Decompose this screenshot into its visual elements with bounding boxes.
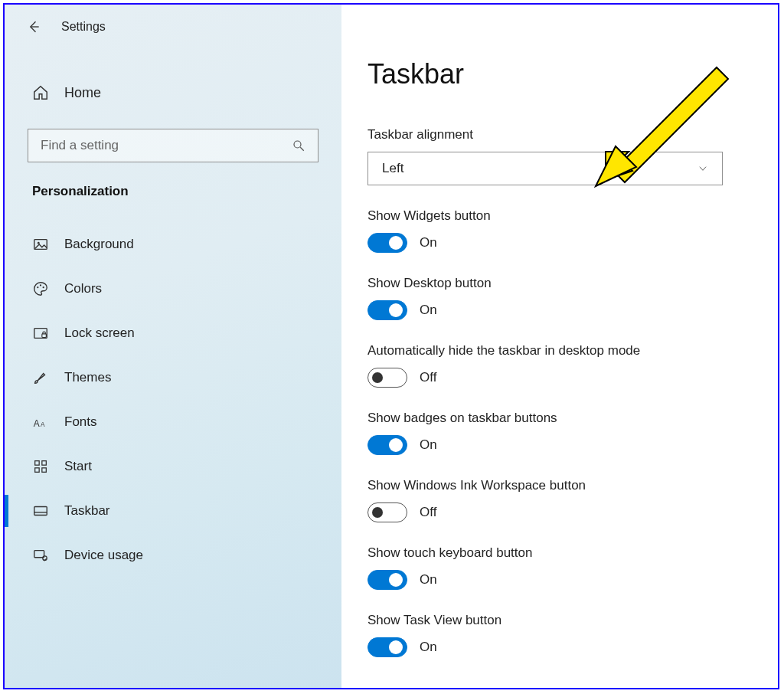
setting-touch-keyboard: Show touch keyboard button On — [368, 545, 778, 590]
app-title: Settings — [61, 20, 106, 34]
toggle-state-label: On — [420, 572, 437, 588]
toggle-state-label: On — [420, 437, 437, 453]
lock-screen-icon — [32, 325, 49, 342]
svg-rect-9 — [42, 334, 47, 338]
svg-point-1 — [294, 141, 301, 148]
toggle-desktop-button[interactable] — [368, 300, 407, 320]
page-title: Taskbar — [368, 58, 778, 90]
search-input[interactable] — [41, 138, 292, 153]
toggle-ink[interactable] — [368, 502, 407, 522]
sidebar-item-label: Start — [64, 459, 92, 474]
sidebar-item-home[interactable]: Home — [5, 74, 341, 112]
svg-rect-18 — [34, 551, 44, 558]
sidebar-nav: Background Colors Lock screen Themes — [5, 222, 341, 578]
chevron-down-icon — [697, 163, 708, 174]
setting-label: Automatically hide the taskbar in deskto… — [368, 343, 778, 358]
sidebar-item-themes[interactable]: Themes — [5, 355, 341, 400]
toggle-taskview[interactable] — [368, 637, 407, 657]
dropdown-selected-value: Left — [382, 161, 403, 176]
svg-text:A: A — [41, 421, 45, 428]
setting-badges: Show badges on taskbar buttons On — [368, 411, 778, 455]
toggle-state-label: Off — [420, 370, 436, 385]
back-button[interactable] — [26, 19, 41, 34]
brush-icon — [32, 369, 49, 386]
sidebar-item-label: Themes — [64, 370, 111, 385]
toggle-badges[interactable] — [368, 435, 407, 455]
setting-taskview: Show Task View button On — [368, 613, 778, 657]
svg-rect-15 — [42, 468, 47, 473]
svg-line-2 — [300, 147, 304, 151]
taskbar-alignment-dropdown[interactable]: Left — [368, 152, 723, 185]
svg-point-5 — [37, 286, 38, 288]
sidebar-item-label: Lock screen — [64, 326, 135, 341]
sidebar-item-label: Taskbar — [64, 503, 110, 519]
sidebar-item-fonts[interactable]: AA Fonts — [5, 400, 341, 444]
setting-label: Show Widgets button — [368, 208, 778, 224]
home-label: Home — [64, 85, 101, 101]
palette-icon — [32, 280, 49, 297]
category-heading: Personalization — [32, 184, 314, 199]
search-box[interactable] — [28, 129, 318, 162]
svg-rect-12 — [35, 461, 40, 466]
setting-label: Show Desktop button — [368, 276, 778, 291]
svg-text:A: A — [34, 418, 40, 429]
sidebar-item-label: Fonts — [64, 414, 97, 430]
setting-widgets: Show Widgets button On — [368, 208, 778, 253]
titlebar: Settings — [5, 5, 341, 49]
sidebar-item-colors[interactable]: Colors — [5, 267, 341, 311]
setting-label: Show badges on taskbar buttons — [368, 411, 778, 426]
toggle-widgets[interactable] — [368, 233, 407, 253]
toggle-state-label: On — [420, 235, 437, 250]
setting-label: Show Windows Ink Workspace button — [368, 478, 778, 493]
toggle-touch-keyboard[interactable] — [368, 570, 407, 590]
setting-label: Show Task View button — [368, 613, 778, 628]
toggle-state-label: On — [420, 303, 437, 318]
sidebar-item-label: Colors — [64, 281, 102, 296]
sidebar-item-label: Background — [64, 237, 134, 252]
svg-point-6 — [40, 284, 41, 286]
settings-window: Settings Home Personalization Background — [3, 3, 779, 689]
sidebar-item-deviceusage[interactable]: Device usage — [5, 533, 341, 578]
setting-autohide: Automatically hide the taskbar in deskto… — [368, 343, 778, 388]
main-content: Taskbar Taskbar alignment Left Show Widg… — [341, 5, 778, 688]
sidebar-item-background[interactable]: Background — [5, 222, 341, 267]
sidebar: Settings Home Personalization Background — [5, 5, 341, 688]
svg-rect-13 — [42, 461, 47, 466]
setting-desktop-button: Show Desktop button On — [368, 276, 778, 320]
toggle-state-label: On — [420, 640, 437, 655]
svg-point-7 — [43, 286, 44, 288]
toggle-state-label: Off — [420, 505, 436, 520]
svg-rect-8 — [34, 329, 47, 339]
taskbar-icon — [32, 502, 49, 519]
search-icon — [292, 139, 305, 152]
picture-icon — [32, 236, 49, 253]
fonts-icon: AA — [32, 414, 49, 430]
toggle-autohide[interactable] — [368, 368, 407, 388]
setting-ink: Show Windows Ink Workspace button Off — [368, 478, 778, 522]
sidebar-item-taskbar[interactable]: Taskbar — [5, 489, 341, 533]
device-usage-icon — [32, 547, 49, 564]
setting-alignment: Taskbar alignment Left — [368, 127, 778, 185]
sidebar-item-label: Device usage — [64, 548, 143, 563]
alignment-label: Taskbar alignment — [368, 127, 778, 142]
sidebar-item-start[interactable]: Start — [5, 444, 341, 489]
start-grid-icon — [32, 458, 49, 475]
arrow-left-icon — [26, 19, 41, 34]
home-icon — [32, 84, 49, 101]
sidebar-item-lockscreen[interactable]: Lock screen — [5, 311, 341, 355]
svg-rect-14 — [35, 468, 40, 473]
svg-rect-16 — [34, 507, 47, 516]
setting-label: Show touch keyboard button — [368, 545, 778, 561]
